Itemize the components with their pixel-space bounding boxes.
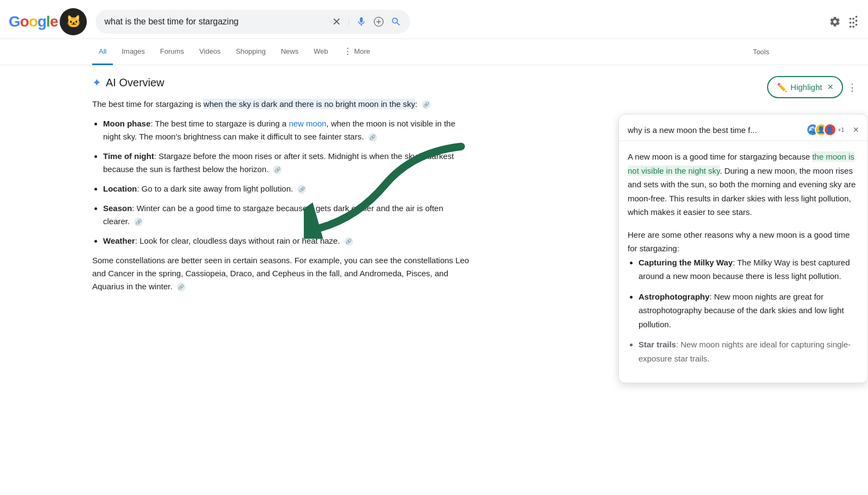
panel-text2: Here are some other reasons why a new mo… [628,228,859,256]
panel-bullet-term: Capturing the Milky Way [639,258,733,267]
bullet-term: Season [103,204,132,213]
panel-intro-paragraph: A new moon is a good time for stargazing… [628,150,859,219]
panel-reasons-section: Here are some other reasons why a new mo… [628,228,859,366]
highlight-button[interactable]: ✏️ Highlight × [767,76,843,98]
nav-item-more[interactable]: ⋮ More [337,39,377,65]
panel-close-button[interactable]: × [853,124,859,136]
ai-intro-paragraph: The best time for stargazing is when the… [92,98,472,111]
panel-bullet-list: Capturing the Milky Way: The Milky Way i… [639,256,859,366]
summary-link-icon[interactable]: 🔗 [177,283,186,291]
search-bar: ✕ | [95,10,410,34]
panel-intro-text: A new moon is a good time for stargazing… [628,152,812,161]
lens-search-button[interactable] [373,16,384,27]
ai-overview-section: ✦ AI Overview The best time for stargazi… [92,76,472,495]
nav-item-videos[interactable]: Videos [193,39,227,65]
highlight-more-button[interactable]: ⋮ [847,81,857,93]
ai-overview-title: AI Overview [106,77,164,89]
side-panel: why is a new moon the best time f... 🌊 👤… [618,114,868,383]
list-item: Moon phase: The best time to stargaze is… [103,117,472,143]
apps-button[interactable] [847,16,859,28]
ai-overview-header: ✦ AI Overview [92,76,472,89]
ai-diamond-icon: ✦ [92,76,101,89]
nav-item-shopping[interactable]: Shopping [229,39,272,65]
bullet-link-icon[interactable]: 🔗 [273,166,282,174]
bullet-link-icon[interactable]: 🔗 [134,218,143,226]
more-dots-icon: ⋮ [343,46,352,56]
panel-body: A new moon is a good time for stargazing… [619,141,867,383]
search-button[interactable] [391,16,401,27]
nav-item-all[interactable]: All [92,39,113,65]
header-right [829,16,859,28]
arrow-decoration [304,141,477,240]
voice-search-button[interactable] [356,16,367,27]
intro-link-icon[interactable]: 🔗 [422,100,431,109]
nav-item-news[interactable]: News [275,39,305,65]
highlight-button-container: ✏️ Highlight × ⋮ [767,76,857,98]
panel-title: why is a new moon the best time f... [628,125,802,135]
panel-bullet-term: Star trails [639,340,676,349]
highlight-label: Highlight [790,82,822,92]
panel-avatars: 🌊 👤 👤 +1 [806,123,845,136]
header: Google 🐱 ✕ | [0,0,868,39]
avatar-3: 👤 [824,123,837,136]
list-item: Star trails: New moon nights are ideal f… [639,338,859,365]
bullet-term: Location [103,184,137,193]
main-content: ✦ AI Overview The best time for stargazi… [0,65,868,495]
logo-area: Google 🐱 [9,8,87,35]
search-input[interactable] [104,17,331,27]
nav-item-images[interactable]: Images [115,39,151,65]
nav-item-forums[interactable]: Forums [154,39,190,65]
highlight-pencil-icon: ✏️ [777,82,787,92]
bullet-term: Weather [103,236,135,245]
nav-bar: All Images Forums Videos Shopping News W… [0,39,868,65]
clear-button[interactable]: ✕ [332,15,341,28]
panel-intro-section: A new moon is a good time for stargazing… [628,150,859,219]
list-item: Astrophotography: New moon nights are gr… [639,290,859,332]
new-moon-link[interactable]: new moon [289,119,326,128]
ai-highlight-phrase: when the sky is dark and there is no bri… [203,99,415,109]
ai-summary-paragraph: Some constellations are better seen in c… [92,254,472,293]
google-cat-decoration: 🐱 [60,8,87,35]
google-logo: Google [9,13,58,30]
settings-button[interactable] [829,16,841,28]
list-item: Capturing the Milky Way: The Milky Way i… [639,256,859,283]
bullet-link-icon[interactable]: 🔗 [368,133,377,142]
tools-button[interactable]: Tools [746,41,776,62]
search-icons: ✕ | [332,15,402,28]
bullet-term: Time of night [103,151,154,161]
panel-header: why is a new moon the best time f... 🌊 👤… [619,115,867,141]
bullet-term: Moon phase [103,119,151,128]
avatar-count: +1 [838,126,845,133]
panel-bullet-term: Astrophotography [639,292,710,301]
ai-intro-text: The best time for stargazing is [92,99,203,109]
nav-item-web[interactable]: Web [307,39,335,65]
highlight-close-button[interactable]: × [827,81,833,93]
